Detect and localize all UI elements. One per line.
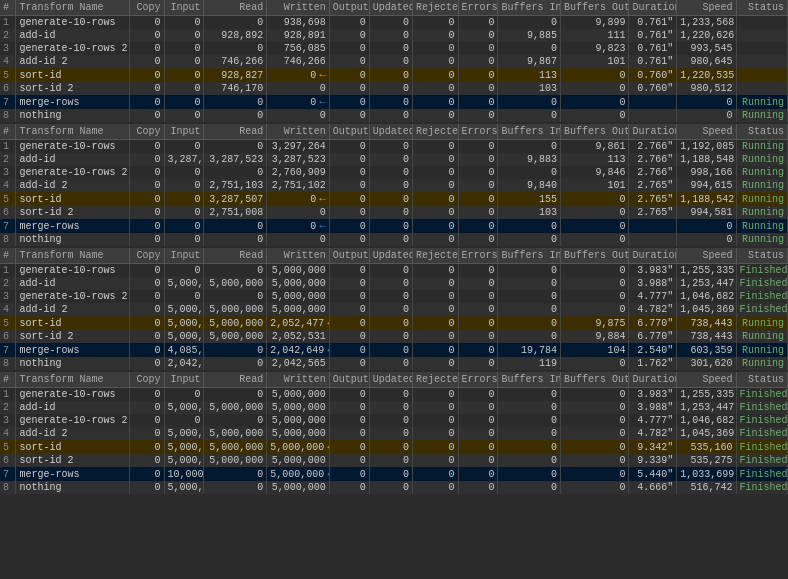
cell-output: 0 [329,414,369,427]
cell-transform-name: generate-10-rows 2 [16,414,130,427]
cell-#: 4 [0,303,16,316]
cell-buffers-output: 9,875 [561,316,629,330]
cell-buffers-input: 0 [498,277,561,290]
cell-updated: 0 [369,16,412,30]
cell-status: Running [736,357,787,370]
cell-updated: 0 [369,192,412,206]
cell-output: 0 [329,55,369,68]
cell-#: 2 [0,29,16,42]
cell-updated: 0 [369,206,412,219]
cell-read: 0 [204,414,267,427]
table-row: 4add-id 2002,751,1032,751,10200009,84010… [0,179,788,192]
cell-output: 0 [329,303,369,316]
cell-buffers-input: 0 [498,440,561,454]
cell-buffers-input: 103 [498,206,561,219]
cell-copy: 0 [130,454,164,467]
cell-buffers-input: 0 [498,316,561,330]
table-row: 2add-id00928,892928,89100009,8851110.761… [0,29,788,42]
cell-status: Running [736,206,787,219]
cell-speed: 301,620 [677,357,736,370]
table-row: 3generate-10-rows 20005,000,0000000004.7… [0,290,788,303]
cell-duration [629,219,677,233]
cell-#: 6 [0,330,16,343]
cell-written: 0← [267,219,330,233]
cell-buffers-input: 9,885 [498,29,561,42]
cell-buffers-input: 0 [498,481,561,494]
cell-rejected: 0 [412,481,458,494]
col-header-output: Output [329,248,369,264]
cell-read: 0 [204,481,267,494]
col-header-duration: Duration [629,372,677,388]
cell-errors: 0 [458,357,498,370]
col-header-output: Output [329,0,369,16]
cell-input: 0 [164,179,204,192]
table-row: 6sort-id 200746,1700000010300.760"980,51… [0,82,788,95]
cell-buffers-input: 0 [498,140,561,154]
cell-buffers-output: 0 [561,467,629,481]
cell-input: 0 [164,290,204,303]
cell-duration: 1.762" [629,357,677,370]
cell-copy: 0 [130,401,164,414]
cell-updated: 0 [369,427,412,440]
cell-transform-name: add-id 2 [16,55,130,68]
cell-written: 2,042,565 [267,357,330,370]
col-header-speed: Speed [677,0,736,16]
cell-buffers-output: 0 [561,414,629,427]
table-row: 4add-id 205,000,0005,000,0005,000,000000… [0,427,788,440]
col-header-copy: Copy [130,124,164,140]
cell-#: 1 [0,140,16,154]
cell-buffers-output: 0 [561,427,629,440]
cell-written: 938,698 [267,16,330,30]
cell-updated: 0 [369,153,412,166]
col-header-read: Read [204,0,267,16]
cell-copy: 0 [130,467,164,481]
cell-transform-name: add-id 2 [16,303,130,316]
cell-status [736,68,787,82]
cell-input: 4,085,300 [164,343,204,357]
cell-status: Running [736,316,787,330]
col-header-input: Input [164,372,204,388]
col-header-copy: Copy [130,0,164,16]
cell-read: 0 [204,264,267,278]
cell-status: Running [736,219,787,233]
cell-buffers-input: 0 [498,303,561,316]
cell-status: Running [736,153,787,166]
cell-output: 0 [329,481,369,494]
col-header-#: # [0,0,16,16]
cell-#: 4 [0,55,16,68]
cell-input: 3,287,523 [164,153,204,166]
cell-#: 7 [0,467,16,481]
cell-status: Running [736,330,787,343]
cell-status: Running [736,233,787,246]
cell-speed: 1,045,369 [677,427,736,440]
cell-read: 5,000,000 [204,316,267,330]
cell-copy: 0 [130,414,164,427]
cell-output: 0 [329,166,369,179]
cell-transform-name: generate-10-rows 2 [16,290,130,303]
cell-transform-name: add-id 2 [16,179,130,192]
cell-updated: 0 [369,440,412,454]
cell-speed: 1,188,542 [677,192,736,206]
cell-output: 0 [329,42,369,55]
cell-rejected: 0 [412,277,458,290]
cell-status [736,55,787,68]
cell-transform-name: nothing [16,109,130,122]
arrow-blue-icon: ← [319,96,326,108]
cell-errors: 0 [458,206,498,219]
cell-input: 0 [164,219,204,233]
cell-input: 10,000,000 [164,467,204,481]
cell-input: 0 [164,82,204,95]
cell-status: Finished [736,388,787,402]
table-row: 1generate-10-rows000938,698000009,8990.7… [0,16,788,30]
cell-duration: 3.988" [629,277,677,290]
cell-transform-name: nothing [16,233,130,246]
cell-updated: 0 [369,303,412,316]
table-row: 7merge-rows010,000,00005,000,000←0000005… [0,467,788,481]
cell-rejected: 0 [412,357,458,370]
col-header-written: Written [267,372,330,388]
col-header-copy: Copy [130,372,164,388]
cell-updated: 0 [369,264,412,278]
cell-read: 0 [204,16,267,30]
cell-read: 746,170 [204,82,267,95]
col-header-rejected: Rejected [412,372,458,388]
